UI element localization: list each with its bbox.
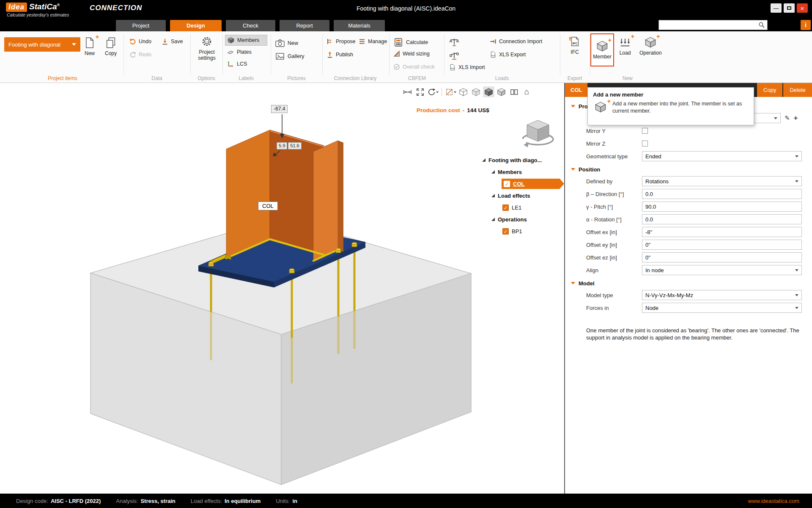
section-plane-button[interactable]	[445, 86, 456, 97]
equilibrium-toggle[interactable]	[449, 37, 459, 47]
manage-button[interactable]: Manage	[359, 38, 387, 45]
transparent-view-button[interactable]	[496, 86, 507, 97]
expander-triangle-icon[interactable]	[491, 218, 495, 221]
redo-button[interactable]: Redo	[129, 51, 151, 58]
chevron-down-icon	[795, 294, 798, 298]
expander-triangle-icon[interactable]	[482, 158, 486, 162]
member-cube-icon	[596, 40, 608, 52]
le1-checkbox[interactable]: ✓	[502, 204, 509, 211]
labels-plates-toggle[interactable]: Plates	[225, 47, 267, 58]
rotate-view-button[interactable]	[427, 86, 439, 97]
tree-item-col[interactable]: ✓ COL	[482, 178, 564, 190]
propose-button[interactable]: Propose	[326, 38, 356, 45]
info-button[interactable]: i	[801, 20, 811, 30]
offset-ey-input[interactable]	[642, 240, 802, 250]
gamma-pitch-input[interactable]	[642, 202, 802, 212]
mirror-y-checkbox[interactable]	[642, 128, 648, 134]
mirror-z-checkbox[interactable]	[642, 141, 648, 146]
section-position[interactable]: Position	[565, 163, 812, 175]
add-load-button[interactable]: + Load	[619, 36, 631, 56]
project-item-selector[interactable]: Footing with diagonal	[4, 37, 80, 52]
tree-root[interactable]: Footing with diago...	[482, 154, 564, 166]
beta-direction-input[interactable]	[642, 189, 802, 199]
minimize-button[interactable]: —	[771, 3, 782, 13]
geometrical-type-select[interactable]: Ended	[642, 151, 802, 161]
tree-operations-header[interactable]: Operations	[482, 213, 564, 225]
tagline: Calculate yesterday's estimates	[7, 12, 69, 17]
view-navigation-cube[interactable]	[517, 117, 559, 152]
close-button[interactable]: ×	[797, 3, 808, 13]
members-cube-icon	[228, 37, 234, 44]
add-operation-button[interactable]: + Operation	[639, 36, 662, 56]
tree-members-header[interactable]: Members	[482, 166, 564, 178]
ifc-export-button[interactable]: IFC IFC	[563, 36, 586, 55]
settings-gear-icon: </>	[201, 36, 213, 47]
document-title: Footing with diagonal (AISC).ideaCon	[0, 5, 812, 12]
shaded-view-button[interactable]	[483, 86, 494, 97]
labels-lcs-toggle[interactable]: LCS	[225, 58, 267, 69]
chevron-down-icon	[72, 43, 76, 48]
tab-check[interactable]: Check	[226, 20, 275, 31]
align-select[interactable]: In node	[642, 265, 802, 275]
copy-project-item-button[interactable]: Copy	[105, 37, 117, 56]
maximize-icon	[787, 6, 791, 10]
website-link[interactable]: www.ideastatica.com	[748, 498, 799, 504]
expander-triangle-icon[interactable]	[491, 194, 495, 197]
tab-report[interactable]: Report	[280, 20, 329, 31]
xls-import-button[interactable]: XLS Import	[449, 64, 485, 71]
bp1-checkbox[interactable]: ✓	[502, 228, 509, 235]
edit-pencil-icon[interactable]: ✎	[785, 115, 790, 121]
col-checkbox[interactable]: ✓	[504, 181, 510, 187]
save-button[interactable]: Save	[162, 38, 183, 45]
tree-item-bp1[interactable]: ✓ BP1	[482, 225, 564, 237]
search-input[interactable]	[659, 21, 758, 29]
add-cross-section-icon[interactable]: +	[794, 115, 798, 121]
forces-in-select[interactable]: Node	[642, 303, 802, 313]
zoom-fit-button[interactable]	[414, 86, 426, 97]
labels-members-toggle[interactable]: Members	[225, 35, 267, 46]
tab-materials[interactable]: Materials	[334, 20, 385, 31]
publish-button[interactable]: Publish	[326, 51, 353, 58]
measure-button[interactable]	[402, 86, 413, 97]
delete-member-button[interactable]: Delete	[783, 83, 812, 97]
loads-in-equilibrium-toggle[interactable]	[449, 51, 459, 61]
calculate-button[interactable]: Calculate	[393, 37, 428, 47]
offset-ex-input[interactable]	[642, 227, 802, 237]
new-picture-button[interactable]: New	[275, 38, 298, 48]
undo-icon	[129, 38, 136, 45]
undo-button[interactable]: Undo	[129, 38, 151, 45]
tree-load-effects-header[interactable]: Load effects	[482, 190, 564, 202]
alpha-rotation-input[interactable]	[642, 214, 802, 224]
chevron-down-icon	[795, 180, 798, 184]
weld-sizing-button[interactable]: Weld sizing	[393, 50, 430, 57]
3d-viewport[interactable]: ⌂ Production cost-144 US$ -67.4 5.9 51.6…	[0, 83, 564, 494]
xls-export-button[interactable]: XLS Export	[490, 51, 526, 58]
tab-project[interactable]: Project	[116, 20, 166, 31]
project-settings-button[interactable]: </> Project settings	[194, 36, 220, 61]
zoom-fit-icon	[416, 88, 425, 97]
offset-ez-input[interactable]	[642, 252, 802, 262]
column-member[interactable]	[226, 130, 343, 261]
home-view-button[interactable]: ⌂	[521, 86, 532, 97]
wireframe-view-button[interactable]	[458, 86, 469, 97]
section-model[interactable]: Model	[565, 276, 812, 289]
expander-triangle-icon[interactable]	[491, 170, 495, 174]
connection-import-button[interactable]: Connection Import	[490, 38, 542, 45]
hidden-line-view-button[interactable]	[470, 86, 482, 97]
overall-check-button[interactable]: Overall check	[393, 64, 435, 70]
tree-item-le1[interactable]: ✓ LE1	[482, 202, 564, 213]
copy-member-button[interactable]: Copy	[757, 83, 782, 97]
new-page-icon	[84, 37, 96, 49]
add-member-button[interactable]: + Member	[590, 33, 614, 66]
new-project-item-button[interactable]: + New	[84, 37, 96, 56]
tab-design[interactable]: Design	[170, 20, 222, 31]
load-effects-status: Load effects:In equilibrium	[191, 498, 261, 504]
maximize-button[interactable]	[784, 3, 795, 13]
defined-by-select[interactable]: Rotations	[642, 176, 802, 186]
align-row: Align In node	[565, 264, 812, 276]
search-box[interactable]	[658, 20, 768, 30]
gallery-button[interactable]: Gallery	[275, 51, 304, 61]
model-type-select[interactable]: N-Vy-Vz-Mx-My-Mz	[642, 290, 802, 300]
split-view-button[interactable]	[508, 86, 520, 97]
propose-icon	[326, 38, 333, 45]
